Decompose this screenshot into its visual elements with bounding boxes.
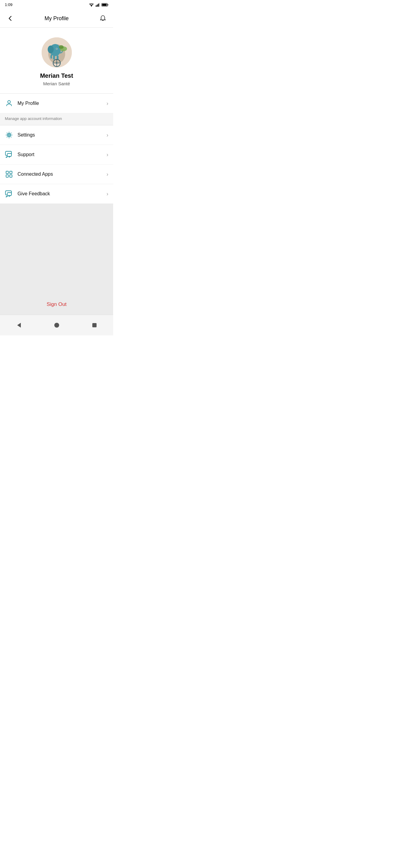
status-bar: 1:09 [0, 0, 113, 9]
feedback-icon [5, 190, 13, 198]
chevron-right-settings-icon: › [107, 132, 108, 138]
notification-bell-icon [99, 15, 106, 22]
svg-rect-7 [108, 4, 108, 5]
notification-button[interactable] [97, 13, 108, 24]
svg-rect-15 [53, 56, 55, 60]
square-icon [92, 323, 97, 328]
svg-rect-16 [57, 56, 59, 60]
sign-out-area: Sign Out [0, 294, 113, 315]
avatar-image [41, 37, 72, 67]
home-circle-icon [54, 322, 59, 328]
menu-label-support: Support [18, 152, 34, 157]
svg-point-18 [59, 45, 64, 49]
apps-grid-icon [5, 170, 13, 179]
menu-label-give-feedback: Give Feedback [18, 191, 50, 196]
back-button[interactable] [5, 13, 16, 24]
top-bar: My Profile [0, 9, 113, 28]
wifi-icon [89, 3, 94, 7]
svg-point-12 [48, 45, 54, 53]
my-profile-subtitle: Manage app account information [0, 113, 113, 125]
back-arrow-icon [7, 16, 13, 22]
svg-rect-28 [6, 171, 8, 174]
svg-marker-34 [17, 323, 21, 328]
svg-point-0 [91, 6, 92, 6]
sign-out-button[interactable]: Sign Out [47, 301, 66, 307]
bottom-navigation [0, 315, 113, 336]
menu-item-give-feedback[interactable]: Give Feedback › [0, 184, 113, 204]
settings-gear-icon [5, 131, 13, 139]
svg-rect-36 [92, 323, 96, 327]
menu-label-my-profile: My Profile [18, 101, 39, 106]
svg-rect-30 [6, 175, 8, 177]
home-nav-button[interactable] [50, 318, 63, 332]
svg-rect-33 [7, 193, 11, 195]
svg-rect-29 [10, 171, 12, 174]
page-title: My Profile [45, 16, 68, 22]
profile-org: Merian Santé [43, 81, 70, 86]
menu-item-my-profile[interactable]: My Profile › [0, 94, 113, 113]
chevron-right-connected-apps-icon: › [107, 171, 108, 178]
profile-section: Merian Test Merian Santé [0, 28, 113, 93]
svg-rect-4 [99, 3, 100, 7]
person-icon [5, 99, 13, 107]
svg-rect-31 [10, 175, 12, 177]
back-triangle-icon [16, 322, 22, 328]
chevron-right-support-icon: › [107, 152, 108, 158]
svg-point-23 [8, 101, 10, 103]
menu-label-settings: Settings [18, 132, 35, 138]
svg-rect-1 [96, 5, 96, 7]
svg-rect-6 [102, 4, 107, 6]
status-icons [89, 3, 108, 7]
menu-label-connected-apps: Connected Apps [18, 172, 53, 177]
avatar [41, 37, 72, 67]
svg-rect-27 [7, 153, 11, 156]
menu-item-support[interactable]: Support › [0, 145, 113, 164]
battery-icon [102, 3, 108, 7]
support-chat-icon [5, 150, 13, 159]
svg-rect-2 [97, 4, 98, 7]
profile-name: Merian Test [40, 72, 73, 79]
svg-point-14 [56, 49, 57, 50]
gray-background-section [0, 204, 113, 294]
svg-rect-3 [98, 4, 99, 7]
menu-item-connected-apps[interactable]: Connected Apps › [0, 164, 113, 184]
signal-icon [96, 3, 100, 7]
svg-point-35 [54, 323, 59, 328]
recent-apps-button[interactable] [88, 318, 101, 332]
chevron-right-icon: › [107, 100, 108, 107]
svg-point-24 [8, 134, 10, 136]
menu-item-settings[interactable]: Settings › [0, 125, 113, 145]
chevron-right-feedback-icon: › [107, 191, 108, 197]
status-time: 1:09 [5, 2, 12, 7]
back-nav-button[interactable] [12, 318, 26, 332]
